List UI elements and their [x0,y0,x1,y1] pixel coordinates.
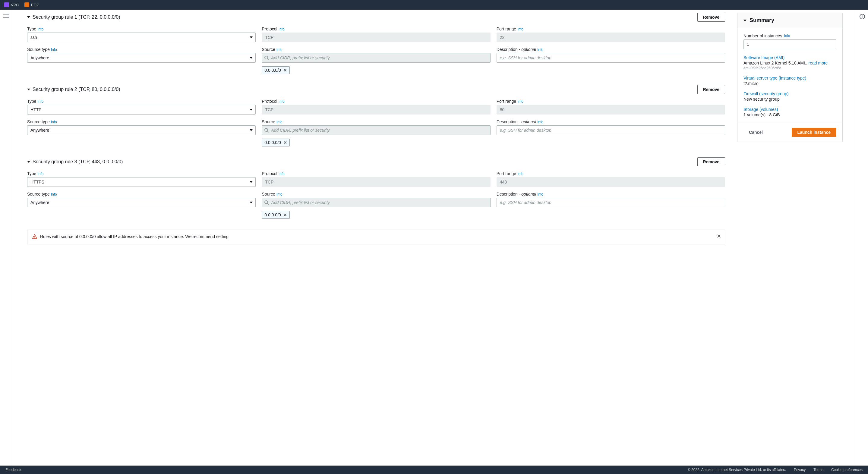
source-input[interactable] [262,125,490,135]
nav-item-ec2[interactable]: EC2 [24,2,39,7]
security-group-rule: Security group rule 1 (TCP, 22, 0.0.0.0/… [27,13,725,74]
rule-title: Security group rule 3 (TCP, 443, 0.0.0.0… [33,159,123,164]
search-icon [264,56,269,61]
svg-line-5 [268,203,269,204]
port-range-label: Port range [497,171,516,176]
caret-down-icon[interactable] [27,16,30,18]
remove-token-icon[interactable]: ✕ [283,213,287,217]
info-panel-icon[interactable]: i [860,14,865,19]
read-more-link[interactable]: read more [809,61,828,65]
optional-label: optional [521,47,536,52]
left-rail [0,10,12,466]
description-label: Description - [497,119,521,124]
source-info[interactable]: Info [276,192,282,196]
nav-item-vpc[interactable]: VPC [4,2,19,7]
source-input[interactable] [262,198,490,207]
source-type-label: Source type [27,47,50,52]
privacy-link[interactable]: Privacy [794,468,806,472]
source-type-info[interactable]: Info [51,192,57,196]
source-type-select[interactable]: Anywhere [27,125,256,135]
storage-value: 1 volume(s) - 8 GiB [743,113,836,117]
rules-column: Security group rule 1 (TCP, 22, 0.0.0.0/… [27,13,725,244]
ami-link[interactable]: Software Image (AMI) [743,55,836,60]
right-rail: i [856,10,868,466]
cidr-token: 0.0.0.0/0 ✕ [262,138,290,147]
description-info[interactable]: Info [537,48,543,52]
feedback-link[interactable]: Feedback [5,468,22,472]
source-type-select[interactable]: Anywhere [27,53,256,63]
warning-icon [32,234,37,240]
num-instances-input[interactable] [743,39,836,49]
type-info[interactable]: Info [37,99,43,104]
port-range-info[interactable]: Info [517,27,523,31]
description-input[interactable] [497,125,725,135]
port-range-info[interactable]: Info [517,99,523,104]
source-type-label: Source type [27,119,50,124]
source-info[interactable]: Info [276,48,282,52]
ami-id: ami-0f9fc25dd2506cf6d [743,66,836,70]
instance-type-link[interactable]: Virtual server type (instance type) [743,76,836,81]
summary-title: Summary [749,17,774,24]
num-instances-info[interactable]: Info [784,34,790,38]
security-group-rule: Security group rule 2 (TCP, 80, 0.0.0.0/… [27,85,725,147]
remove-token-icon[interactable]: ✕ [283,140,287,145]
source-info[interactable]: Info [276,120,282,124]
type-select[interactable]: HTTP [27,105,256,115]
ec2-icon [24,2,29,7]
source-label: Source [262,119,275,124]
svg-point-2 [265,128,268,131]
caret-down-icon[interactable] [27,161,30,163]
remove-token-icon[interactable]: ✕ [283,68,287,73]
security-group-rule: Security group rule 3 (TCP, 443, 0.0.0.0… [27,157,725,219]
source-label: Source [262,47,275,52]
cookies-link[interactable]: Cookie preferences [831,468,863,472]
cidr-value: 0.0.0.0/0 [265,68,281,73]
type-select[interactable]: HTTPS [27,177,256,187]
main-scroll[interactable]: Security group rule 1 (TCP, 22, 0.0.0.0/… [12,10,852,466]
source-label: Source [262,192,275,196]
description-info[interactable]: Info [537,120,543,124]
remove-rule-button[interactable]: Remove [698,157,725,166]
description-input[interactable] [497,198,725,207]
type-label: Type [27,27,36,31]
summary-header[interactable]: Summary [738,13,842,28]
remove-rule-button[interactable]: Remove [698,13,725,22]
type-info[interactable]: Info [37,172,43,176]
protocol-label: Protocol [262,27,277,31]
type-info[interactable]: Info [37,27,43,31]
type-label: Type [27,171,36,176]
source-type-info[interactable]: Info [51,120,57,124]
svg-point-4 [265,201,268,204]
close-icon[interactable]: ✕ [717,233,721,240]
source-type-info[interactable]: Info [51,48,57,52]
terms-link[interactable]: Terms [813,468,824,472]
svg-line-3 [268,131,269,132]
cidr-token: 0.0.0.0/0 ✕ [262,66,290,74]
launch-instance-button[interactable]: Launch instance [792,128,836,137]
description-input[interactable] [497,53,725,63]
type-select[interactable]: ssh [27,33,256,42]
scrollbar[interactable] [852,10,856,466]
protocol-info[interactable]: Info [279,172,285,176]
remove-rule-button[interactable]: Remove [698,85,725,94]
warning-text: Rules with source of 0.0.0.0/0 allow all… [40,234,228,239]
svg-point-0 [265,56,268,59]
caret-down-icon[interactable] [27,89,30,90]
source-input[interactable] [262,53,490,63]
ami-name: Amazon Linux 2 Kernel 5.10 AMI... [743,61,809,65]
port-range-value: 443 [497,177,725,187]
source-type-select[interactable]: Anywhere [27,198,256,207]
protocol-info[interactable]: Info [279,99,285,104]
menu-toggle-icon[interactable] [3,14,9,18]
summary-card: Summary Number of instances Info Softwar… [737,13,843,142]
firewall-link[interactable]: Firewall (security group) [743,91,836,96]
protocol-info[interactable]: Info [279,27,285,31]
port-range-info[interactable]: Info [517,172,523,176]
protocol-label: Protocol [262,171,277,176]
port-range-label: Port range [497,27,516,31]
port-range-value: 22 [497,33,725,42]
description-info[interactable]: Info [537,192,543,196]
cancel-button[interactable]: Cancel [743,128,768,136]
svg-line-1 [268,59,269,60]
storage-link[interactable]: Storage (volumes) [743,107,836,112]
